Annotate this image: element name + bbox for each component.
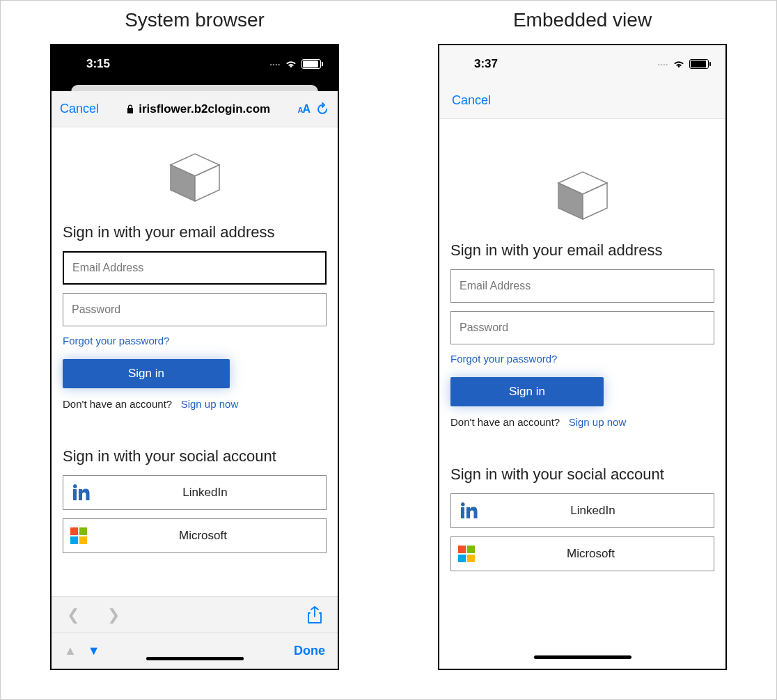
share-icon[interactable] xyxy=(307,606,322,624)
find-prev-icon[interactable]: ▲ xyxy=(64,644,77,658)
reader-aa-button[interactable]: AA xyxy=(297,103,310,116)
social-heading: Sign in with your social account xyxy=(63,447,327,466)
battery-icon xyxy=(301,59,321,69)
done-button[interactable]: Done xyxy=(294,644,325,658)
cancel-button[interactable]: Cancel xyxy=(452,93,491,108)
microsoft-icon xyxy=(458,546,475,562)
phone-frame-left: 3:15 •••• Cancel irisflower.b2clogin.com… xyxy=(50,44,339,670)
signin-heading: Sign in with your email address xyxy=(450,241,714,260)
microsoft-icon xyxy=(70,527,87,544)
linkedin-label: LinkedIn xyxy=(479,504,707,518)
phone-frame-right: 3:37 •••• Cancel xyxy=(438,44,727,670)
safari-find-toolbar: ▲ ▼ Done xyxy=(52,633,338,669)
signin-content: Sign in with your email address Forgot y… xyxy=(439,119,725,648)
signup-prompt: Don't have an account? Sign up now xyxy=(450,416,714,428)
cellular-dots-icon: •••• xyxy=(658,61,668,67)
forgot-password-link[interactable]: Forgot your password? xyxy=(450,353,557,365)
app-logo-cube-icon xyxy=(551,168,614,223)
safari-address-bar: Cancel irisflower.b2clogin.com AA xyxy=(52,91,338,127)
find-next-icon[interactable]: ▼ xyxy=(88,644,100,658)
linkedin-signin-button[interactable]: LinkedIn xyxy=(450,493,714,528)
home-indicator xyxy=(439,651,725,663)
microsoft-label: Microsoft xyxy=(475,547,707,561)
email-field[interactable] xyxy=(450,269,714,303)
status-time: 3:15 xyxy=(86,57,110,71)
cancel-button[interactable]: Cancel xyxy=(60,102,99,116)
signup-link[interactable]: Sign up now xyxy=(181,398,239,410)
cellular-dots-icon: •••• xyxy=(270,61,281,67)
browser-tab-stub xyxy=(52,83,338,91)
forward-icon[interactable]: ❯ xyxy=(107,606,120,624)
safari-toolbar: ❮ ❯ xyxy=(52,596,338,633)
signin-heading: Sign in with your email address xyxy=(63,223,327,241)
microsoft-signin-button[interactable]: Microsoft xyxy=(63,518,327,553)
back-icon[interactable]: ❮ xyxy=(67,606,79,624)
password-field[interactable] xyxy=(63,293,327,326)
signup-link[interactable]: Sign up now xyxy=(569,416,627,428)
app-logo-cube-icon xyxy=(164,150,226,205)
linkedin-icon xyxy=(70,482,91,503)
linkedin-label: LinkedIn xyxy=(91,486,319,500)
status-bar: 3:37 •••• xyxy=(439,45,725,83)
url-text: irisflower.b2clogin.com xyxy=(139,102,270,116)
reload-icon[interactable] xyxy=(315,102,329,116)
signin-content: Sign in with your email address Forgot y… xyxy=(52,127,338,596)
microsoft-label: Microsoft xyxy=(87,529,319,543)
status-bar: 3:15 •••• xyxy=(52,45,338,83)
microsoft-signin-button[interactable]: Microsoft xyxy=(450,536,714,571)
password-field[interactable] xyxy=(450,311,714,344)
linkedin-icon xyxy=(458,500,479,521)
column-title-system-browser: System browser xyxy=(125,9,265,31)
battery-icon xyxy=(689,59,709,69)
embedded-nav-bar: Cancel xyxy=(439,83,725,119)
signin-button[interactable]: Sign in xyxy=(63,359,230,388)
linkedin-signin-button[interactable]: LinkedIn xyxy=(63,475,327,510)
email-field[interactable] xyxy=(63,251,327,285)
status-time: 3:37 xyxy=(474,57,498,71)
lock-icon xyxy=(126,104,134,114)
signup-prompt: Don't have an account? Sign up now xyxy=(63,398,327,410)
signin-button[interactable]: Sign in xyxy=(450,377,604,406)
column-title-embedded-view: Embedded view xyxy=(513,9,652,31)
forgot-password-link[interactable]: Forgot your password? xyxy=(63,335,169,347)
social-heading: Sign in with your social account xyxy=(450,466,714,484)
wifi-icon xyxy=(285,59,297,69)
url-display[interactable]: irisflower.b2clogin.com xyxy=(104,102,292,116)
wifi-icon xyxy=(673,59,685,69)
